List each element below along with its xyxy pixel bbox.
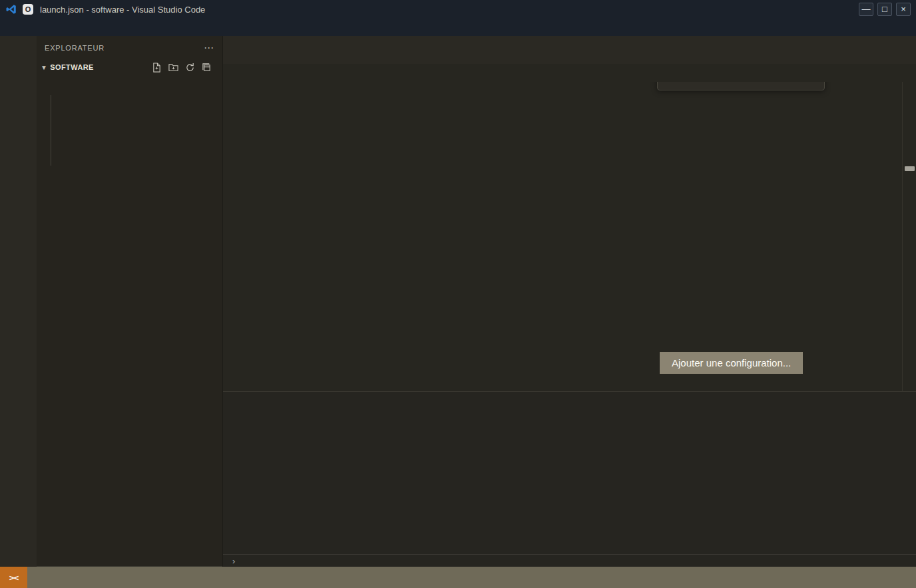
menubar [0,19,916,36]
app-window-icon: O [23,4,33,15]
sidebar-more-icon[interactable]: ⋯ [204,42,214,54]
window-title: launch.json - software - Visual Studio C… [40,5,205,15]
breadcrumb[interactable] [223,64,916,82]
titlebar: O launch.json - software - Visual Studio… [0,0,916,19]
vscode-logo-icon [5,3,17,15]
minimap[interactable] [825,82,902,391]
bottom-panel: › [223,391,916,567]
file-tree [37,75,222,566]
refresh-icon[interactable] [185,63,195,73]
editor-tab-bar [223,36,916,64]
code-editor[interactable]: Ajouter une configuration... [223,82,916,391]
debug-console-input[interactable]: › [223,554,916,567]
activity-bar [0,36,37,567]
panel-tab-bar [223,392,916,416]
vscode-window: O launch.json - software - Visual Studio… [0,0,916,588]
workspace-name: SOFTWARE [50,63,94,71]
close-button[interactable]: × [896,3,911,16]
remote-indicator[interactable]: >< [0,567,27,588]
add-configuration-button[interactable]: Ajouter une configuration... [660,352,803,374]
new-file-icon[interactable] [152,63,162,73]
editor-scrollbar[interactable] [902,82,916,391]
collapse-all-icon[interactable] [202,63,212,73]
sidebar-title: EXPLORATEUR [45,44,105,52]
status-bar: >< [0,567,916,588]
debug-console-output[interactable] [223,416,916,554]
indent-guide [51,95,51,166]
debug-toolbar [657,82,825,90]
new-folder-icon[interactable] [168,63,178,73]
maximize-button[interactable]: □ [877,3,892,16]
scrollbar-thumb[interactable] [905,166,915,171]
prompt-chevron-icon: › [232,556,235,566]
explorer-sidebar: EXPLORATEUR ⋯ ▼ SOFTWARE [37,36,223,567]
chevron-down-icon: ▼ [41,64,47,71]
workspace-section[interactable]: ▼ SOFTWARE [37,59,222,75]
sidebar-bottom-sections [37,566,222,567]
minimize-button[interactable]: — [859,3,873,16]
